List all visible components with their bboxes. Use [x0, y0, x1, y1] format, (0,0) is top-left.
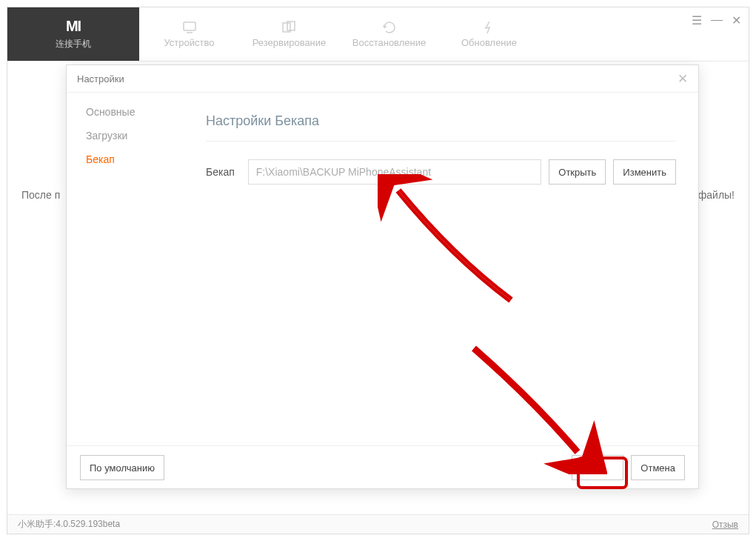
background-text-left: После п — [21, 189, 60, 201]
dialog-titlebar: Настройки ✕ — [67, 65, 698, 92]
restore-icon — [381, 21, 398, 34]
settings-dialog: Настройки ✕ Основные Загрузки Бекап Наст… — [66, 64, 699, 489]
nav-restore-label: Восстановление — [352, 37, 426, 48]
sidebar-item-general[interactable]: Основные — [86, 106, 185, 118]
change-button[interactable]: Изменить — [613, 159, 676, 185]
nav-backup-label: Резервирование — [252, 37, 327, 48]
nav-update[interactable]: Обновление — [439, 21, 539, 48]
background-text-right: файлы! — [698, 189, 735, 201]
sidebar-item-backup[interactable]: Бекап — [86, 153, 185, 165]
nav-restore[interactable]: Восстановление — [339, 21, 439, 48]
nav-backup[interactable]: Резервирование — [239, 21, 339, 48]
backup-path-row: Бекап Открыть Изменить — [206, 159, 676, 185]
dialog-body: Основные Загрузки Бекап Настройки Бекапа… — [67, 92, 698, 446]
section-title: Настройки Бекапа — [206, 113, 676, 142]
open-button[interactable]: Открыть — [549, 159, 606, 185]
svg-rect-0 — [184, 22, 195, 30]
mi-logo: MI — [66, 18, 81, 35]
backup-icon — [281, 21, 298, 34]
menu-icon[interactable]: ☰ — [692, 13, 702, 27]
dialog-content: Настройки Бекапа Бекап Открыть Изменить — [185, 93, 698, 445]
dialog-sidebar: Основные Загрузки Бекап — [67, 93, 185, 445]
default-button[interactable]: По умолчанию — [80, 455, 164, 480]
dialog-close-icon[interactable]: ✕ — [678, 71, 688, 87]
header: MI 连接手机 Устройство Резервирование Восста… — [7, 7, 749, 62]
dialog-title: Настройки — [77, 73, 124, 84]
feedback-link[interactable]: Отзыв — [712, 520, 738, 530]
nav-update-label: Обновление — [461, 37, 517, 48]
backup-path-label: Бекап — [206, 166, 235, 178]
top-nav: Устройство Резервирование Восстановление… — [139, 7, 539, 61]
device-icon — [181, 21, 198, 34]
brand-block: MI 连接手机 — [7, 7, 139, 61]
minimize-icon[interactable]: — — [711, 13, 723, 27]
app-window: MI 连接手机 Устройство Резервирование Восста… — [7, 7, 749, 534]
dialog-footer: По умолчанию OK Отмена — [67, 446, 698, 489]
sidebar-item-downloads[interactable]: Загрузки — [86, 130, 185, 142]
status-bar: 小米助手:4.0.529.193beta Отзыв — [7, 514, 749, 534]
ok-button[interactable]: OK — [572, 455, 623, 480]
cancel-button[interactable]: Отмена — [631, 455, 685, 480]
nav-device[interactable]: Устройство — [139, 21, 239, 48]
backup-path-input[interactable] — [248, 159, 542, 185]
nav-device-label: Устройство — [164, 37, 214, 48]
connect-phone-label: 连接手机 — [56, 38, 91, 50]
version-label: 小米助手:4.0.529.193beta — [18, 518, 120, 531]
window-controls: ☰ — ✕ — [692, 13, 741, 27]
close-icon[interactable]: ✕ — [732, 13, 741, 27]
update-icon — [481, 21, 498, 34]
